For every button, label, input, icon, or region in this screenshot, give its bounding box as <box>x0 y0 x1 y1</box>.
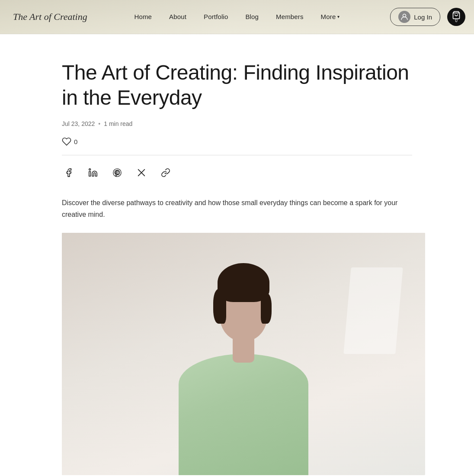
like-button[interactable] <box>62 137 71 146</box>
linkedin-icon <box>88 168 98 177</box>
login-button[interactable]: Log In <box>390 8 440 26</box>
nav-item-portfolio[interactable]: Portfolio <box>195 0 237 34</box>
post-title: The Art of Creating: Finding Inspiration… <box>62 60 412 110</box>
wall-light <box>343 267 403 354</box>
share-link-button[interactable] <box>159 166 173 180</box>
facebook-icon <box>64 168 74 177</box>
site-title[interactable]: The Art of Creating <box>13 11 87 23</box>
portrait-figure <box>174 250 313 475</box>
svg-point-3 <box>89 169 91 170</box>
post-date: Jul 23, 2022 <box>62 120 95 127</box>
hair-side-right <box>261 293 272 324</box>
post-meta: Jul 23, 2022 • 1 min read <box>62 120 412 127</box>
share-facebook-button[interactable] <box>62 166 76 180</box>
cart-button[interactable]: 0 <box>447 8 465 26</box>
share-row <box>62 166 412 180</box>
main-nav: Home About Portfolio Blog Members More <box>125 0 348 34</box>
avatar <box>398 11 410 23</box>
cart-count: 0 <box>455 19 458 23</box>
likes-count: 0 <box>74 138 77 145</box>
share-linkedin-button[interactable] <box>86 166 100 180</box>
share-twitter-button[interactable] <box>135 166 148 180</box>
header: The Art of Creating Home About Portfolio… <box>0 0 474 34</box>
twitter-x-icon <box>137 168 146 177</box>
nav-item-more[interactable]: More <box>312 0 349 34</box>
post-read-time: 1 min read <box>104 120 132 127</box>
pinterest-icon <box>112 168 122 177</box>
login-label: Log In <box>414 13 432 21</box>
divider <box>62 155 412 155</box>
main-content: The Art of Creating: Finding Inspiration… <box>53 34 421 476</box>
link-icon <box>161 168 170 177</box>
post-meta-dot: • <box>98 120 100 127</box>
likes-row: 0 <box>62 137 412 146</box>
header-right: Log In 0 <box>390 8 465 26</box>
post-excerpt: Discover the diverse pathways to creativ… <box>62 197 412 220</box>
share-pinterest-button[interactable] <box>110 166 124 180</box>
nav-item-home[interactable]: Home <box>125 0 160 34</box>
post-image <box>62 233 425 475</box>
hair-side-left <box>213 289 226 324</box>
svg-rect-2 <box>89 171 91 176</box>
nav-item-about[interactable]: About <box>160 0 195 34</box>
clothing <box>179 354 308 475</box>
nav-item-blog[interactable]: Blog <box>237 0 267 34</box>
nav-item-members[interactable]: Members <box>267 0 312 34</box>
